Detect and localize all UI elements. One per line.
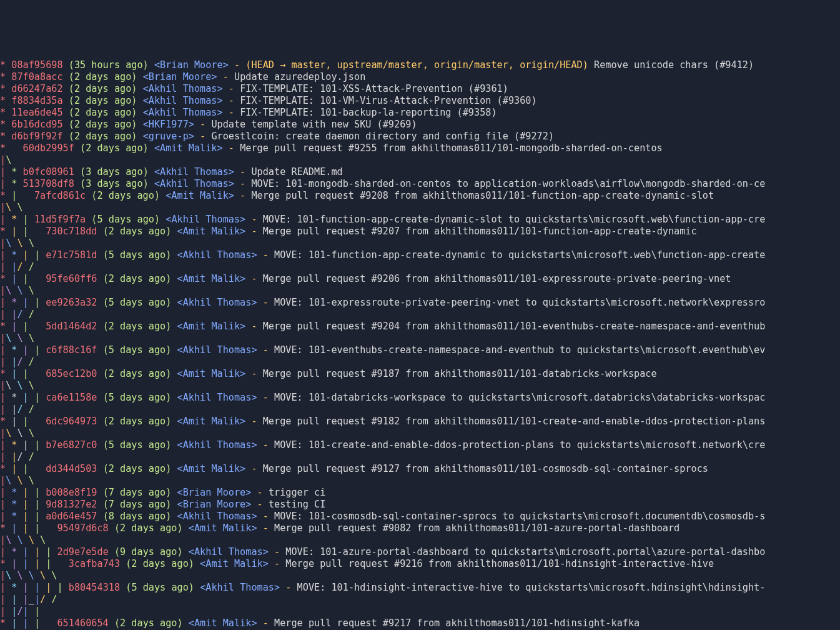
commit-message: FIX-TEMPLATE: 101-VM-Virus-Attack-Preven… [240, 95, 536, 106]
graph-glyph: | [0, 380, 6, 391]
commit-hash[interactable]: c6f88c16f [46, 344, 97, 356]
commit-author: <Akhil Thomas> [177, 297, 257, 308]
commit-author: <Brian Moore> [177, 499, 252, 510]
commit-hash[interactable]: 3cafba743 [69, 558, 120, 569]
graph-glyph: * [11, 178, 22, 189]
graph-glyph: | [0, 178, 11, 189]
graph-glyph: | [23, 499, 34, 510]
commit-hash[interactable]: 6b16dcd95 [11, 119, 62, 130]
commit-hash[interactable]: 5dd1464d2 [46, 321, 97, 332]
commit-hash[interactable]: 95fe60ff6 [46, 273, 97, 284]
commit-message: Merge pull request #9206 from akhilthoma… [263, 273, 731, 284]
commit-hash[interactable]: dd344d503 [46, 463, 97, 474]
graph-glyph: | [11, 618, 22, 629]
graph-glyph: | [23, 606, 34, 617]
graph-glyph: * [11, 344, 22, 356]
commit-hash[interactable]: 87f0a8acc [11, 71, 62, 82]
commit-age: (5 days ago) [103, 392, 172, 403]
graph-glyph: * [0, 83, 11, 94]
commit-hash[interactable]: 730c718dd [46, 226, 97, 237]
graph-edge-row: |\ \ \ [0, 238, 840, 249]
commit-age: (5 days ago) [103, 297, 172, 308]
graph-edge-row: |\ \ \ \ [0, 534, 840, 546]
commit-hash[interactable]: d66247a62 [11, 83, 62, 94]
graph-glyph: / [29, 404, 46, 415]
graph-glyph: \ [6, 332, 17, 344]
graph-glyph: \ [51, 570, 68, 581]
commit-hash[interactable]: 6dc964973 [46, 416, 97, 427]
graph-glyph: / [17, 451, 28, 462]
graph-glyph: \ [40, 570, 51, 581]
commit-hash[interactable]: ca6e1158e [46, 392, 97, 403]
graph-glyph: | [23, 416, 46, 427]
commit-age: (2 days ago) [69, 131, 137, 142]
commit-hash[interactable]: 513708df8 [23, 178, 74, 189]
graph-glyph: \ [6, 285, 17, 296]
commit-row: | * b0fc08961 (3 days ago) <Akhil Thomas… [0, 166, 840, 178]
commit-hash[interactable]: 60db2995f [23, 142, 74, 154]
graph-glyph: | [34, 606, 57, 617]
commit-hash[interactable]: 08af95698 [11, 59, 62, 71]
graph-glyph: \ [6, 475, 17, 486]
commit-hash[interactable]: b0fc08961 [23, 166, 74, 178]
separator-dash: - [251, 214, 257, 225]
graph-glyph: | [0, 285, 6, 296]
graph-glyph: | [0, 546, 11, 558]
separator-dash: - [229, 95, 234, 106]
commit-hash[interactable]: b80454318 [69, 582, 120, 593]
commit-hash[interactable]: b7e6827c0 [46, 439, 97, 451]
commit-hash[interactable]: ee9263a32 [46, 297, 97, 308]
graph-glyph: | [23, 297, 34, 308]
graph-glyph: | [46, 546, 57, 558]
graph-glyph: | [34, 297, 46, 308]
graph-glyph: | [34, 522, 57, 534]
commit-row: * | | 5dd1464d2 (2 days ago) <Amit Malik… [0, 321, 840, 332]
graph-glyph: | [11, 190, 34, 201]
graph-glyph: * [11, 297, 22, 308]
commit-hash[interactable]: 11ea6de45 [11, 107, 62, 118]
separator-dash: - [263, 344, 269, 356]
commit-message: MOVE: 101-databricks-workspace to quicks… [274, 392, 765, 403]
commit-author: <Akhil Thomas> [177, 392, 257, 403]
commit-author: <Amit Malik> [177, 368, 246, 379]
commit-hash[interactable]: d6bf9f92f [11, 131, 62, 142]
commit-row: * d6bf9f92f (2 days ago) <gruve-p> - Gro… [0, 131, 840, 142]
graph-edge-row: |\ \ \ [0, 380, 840, 392]
commit-message: Update README.md [251, 166, 342, 178]
commit-hash[interactable]: 651460654 [57, 618, 108, 629]
commit-hash[interactable]: 11d5f9f7a [34, 214, 86, 225]
graph-glyph: | [0, 166, 11, 178]
commit-hash[interactable]: f8834d35a [11, 95, 62, 106]
graph-glyph: / [51, 594, 68, 605]
commit-age: (2 days ago) [69, 83, 137, 94]
commit-author: <Akhil Thomas> [200, 582, 280, 593]
commit-hash[interactable]: 7afcd861c [34, 190, 86, 201]
commit-hash[interactable]: e71c7581d [46, 249, 97, 261]
commit-message: MOVE: 101-expressroute-private-peering-v… [274, 297, 765, 308]
commit-hash[interactable]: 95497d6c8 [57, 522, 108, 534]
commit-author: <Brian Moore> [177, 487, 252, 498]
graph-glyph: | [34, 487, 46, 498]
graph-glyph: | [0, 154, 6, 166]
commit-row: * | | 730c718dd (2 days ago) <Amit Malik… [0, 226, 840, 238]
separator-dash: - [223, 71, 229, 82]
graph-glyph: * [0, 618, 11, 629]
commit-hash[interactable]: 9d81327e2 [46, 499, 97, 510]
commit-author: <Brian Moore> [154, 59, 229, 71]
commit-age: (8 days ago) [103, 511, 172, 522]
commit-hash[interactable]: 2d9e7e5de [57, 546, 108, 558]
separator-dash: - [240, 178, 245, 189]
commit-hash[interactable]: 685ec12b0 [46, 368, 97, 379]
commit-author: <Akhil Thomas> [177, 249, 257, 261]
graph-glyph: \ [17, 428, 28, 439]
commit-row: * 87f0a8acc (2 days ago) <Brian Moore> -… [0, 71, 840, 83]
graph-glyph: | [0, 332, 6, 344]
graph-glyph: | [23, 273, 46, 284]
commit-row: | * | | c6f88c16f (5 days ago) <Akhil Th… [0, 344, 840, 356]
commit-hash[interactable]: a0d64e457 [46, 511, 97, 522]
commit-author: <Akhil Thomas> [177, 344, 257, 356]
graph-edge-row: | |/| | [0, 606, 840, 618]
graph-glyph: * [0, 119, 11, 130]
commit-hash[interactable]: b008e8f19 [46, 487, 97, 498]
graph-glyph: | [11, 594, 22, 605]
